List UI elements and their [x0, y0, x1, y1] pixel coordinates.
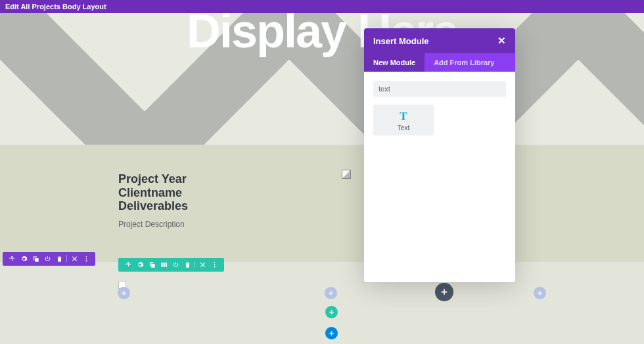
duplicate-icon[interactable]	[147, 260, 156, 270]
svg-point-1	[85, 258, 87, 260]
module-item-text[interactable]: T Text	[373, 105, 434, 135]
columns-icon[interactable]	[159, 260, 168, 270]
row-toolbar[interactable]	[118, 258, 224, 272]
add-module-column-3-active[interactable]: +	[435, 283, 453, 301]
modal-header: Insert Module ✕	[364, 28, 515, 53]
modal-tabs: New Module Add From Library	[364, 53, 515, 72]
info-section: Project Year Clientname Deliverables Pro…	[0, 145, 644, 262]
power-icon[interactable]	[171, 260, 180, 270]
add-section-button[interactable]: +	[325, 327, 338, 339]
gear-icon[interactable]	[135, 260, 145, 270]
add-row-button[interactable]: +	[325, 306, 338, 318]
svg-point-0	[85, 256, 87, 257]
text-module-icon: T	[373, 110, 434, 123]
gear-icon[interactable]	[19, 255, 28, 264]
top-header-bar: Edit All Projects Body Layout	[0, 0, 644, 13]
svg-point-2	[85, 260, 87, 262]
toolbar-separator	[195, 261, 195, 268]
toolbar-separator	[66, 255, 67, 262]
trash-icon[interactable]	[183, 260, 192, 270]
trash-icon[interactable]	[55, 255, 64, 264]
move-icon[interactable]	[124, 260, 133, 270]
more-icon[interactable]	[81, 255, 91, 264]
svg-point-5	[214, 266, 215, 268]
module-item-label: Text	[373, 124, 434, 132]
header-title: Edit All Projects Body Layout	[5, 3, 106, 11]
duplicate-icon[interactable]	[31, 255, 40, 264]
close-icon[interactable]	[198, 260, 207, 270]
broken-image-icon	[342, 170, 351, 179]
modal-body: T Text	[364, 72, 515, 282]
more-icon[interactable]	[210, 260, 219, 270]
add-module-column-2[interactable]: +	[325, 287, 337, 299]
insert-module-modal: Insert Module ✕ New Module Add From Libr…	[364, 28, 515, 282]
svg-point-4	[214, 264, 215, 266]
power-icon[interactable]	[43, 255, 52, 264]
close-icon[interactable]: ✕	[497, 35, 506, 47]
hero-section: Display Here	[0, 13, 644, 145]
close-icon[interactable]	[70, 255, 79, 264]
modal-title: Insert Module	[373, 36, 429, 46]
module-search-input[interactable]	[373, 81, 506, 97]
section-toolbar[interactable]	[3, 252, 95, 266]
move-icon[interactable]	[7, 255, 16, 264]
tab-new-module[interactable]: New Module	[364, 53, 425, 72]
tab-add-from-library[interactable]: Add From Library	[425, 53, 503, 72]
svg-point-3	[214, 262, 215, 263]
add-module-column-4[interactable]: +	[534, 287, 546, 299]
add-module-column-1[interactable]: +	[118, 287, 130, 299]
